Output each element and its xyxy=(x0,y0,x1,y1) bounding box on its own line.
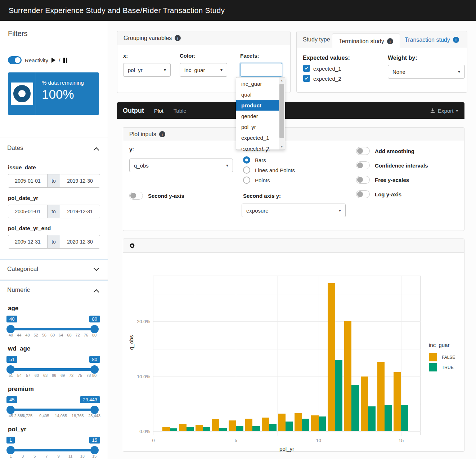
add-smoothing-toggle[interactable] xyxy=(356,147,370,155)
date-range-separator: to xyxy=(47,205,60,218)
bar-true-polyr-4 xyxy=(219,428,227,431)
bar-true-polyr-3 xyxy=(203,427,211,431)
data-remaining-infobox: % data remaining 100% xyxy=(8,72,99,115)
tab-termination-study[interactable]: Termination study i xyxy=(332,34,400,49)
slider-handle-left[interactable] xyxy=(6,325,15,333)
slider-handle-right[interactable] xyxy=(90,406,99,414)
chart-legend: inc_guar FALSETRUE xyxy=(429,342,455,373)
legend-label: FALSE xyxy=(442,355,455,360)
gridline-y-minor xyxy=(153,294,421,294)
slider-tick-label: 78 xyxy=(86,373,91,378)
radio-lines-points[interactable] xyxy=(243,166,250,174)
data-remaining-label: % data remaining xyxy=(42,80,84,86)
slider-track[interactable] xyxy=(9,449,96,451)
play-icon[interactable] xyxy=(51,58,55,63)
slash-text: / xyxy=(59,57,60,63)
bar-false-polyr-6 xyxy=(245,419,253,431)
pol-date-yr-end-to[interactable] xyxy=(60,235,100,248)
facets-option-gender[interactable]: gender xyxy=(236,111,279,121)
slider-tick-label: 76 xyxy=(84,333,88,337)
log-y-axis-row: Log y-axis xyxy=(356,190,401,198)
expected-1-checkbox[interactable]: ✔ xyxy=(303,65,310,72)
bar-true-polyr-2 xyxy=(187,427,194,431)
section-dates[interactable]: Dates xyxy=(0,138,108,157)
facets-option-pol_yr[interactable]: pol_yr xyxy=(236,121,279,132)
y-select[interactable]: q_obs▾ xyxy=(129,159,233,172)
facets-input[interactable] xyxy=(240,63,282,77)
section-numeric[interactable]: Numeric xyxy=(0,280,108,299)
bar-true-polyr-6 xyxy=(252,426,260,431)
reactivity-row: Reactivity / xyxy=(8,56,67,64)
facets-option-qual[interactable]: qual xyxy=(236,89,279,100)
slider-tick-label: 69 xyxy=(60,373,65,378)
y-tick-label: 0.0% xyxy=(139,429,153,434)
bar-false-polyr-13 xyxy=(361,376,368,431)
export-button[interactable]: Export ▾ xyxy=(430,108,458,114)
slider-tick-label: 3 xyxy=(22,454,24,458)
pol-date-yr-from[interactable] xyxy=(8,205,47,218)
x-select[interactable]: pol_yr▾ xyxy=(123,63,171,77)
info-icon[interactable]: i xyxy=(159,131,165,137)
facets-option-inc_guar[interactable]: inc_guar xyxy=(236,78,279,89)
circle-icon xyxy=(11,83,33,105)
gridline-x-major xyxy=(236,276,236,436)
radio-points[interactable] xyxy=(243,177,250,184)
pol-date-yr-end-range: to xyxy=(8,235,100,249)
second-axis-y-select[interactable]: exposure▾ xyxy=(242,204,346,217)
slider-tick-label: 56 xyxy=(42,333,46,337)
expected-1-label: expected_1 xyxy=(313,66,341,72)
confidence-intervals-toggle[interactable] xyxy=(356,161,370,169)
slider-handle-right[interactable] xyxy=(90,446,99,454)
tab-transaction-study[interactable]: Transaction study i xyxy=(405,31,459,48)
facets-option-product[interactable]: product xyxy=(236,100,279,111)
pol-date-yr-end-from[interactable] xyxy=(8,235,47,248)
free-y-scales-toggle[interactable] xyxy=(356,176,370,184)
tab-plot[interactable]: Plot xyxy=(154,108,163,114)
second-y-axis-toggle[interactable] xyxy=(129,192,143,200)
info-icon[interactable]: i xyxy=(175,35,181,41)
bar-false-polyr-1 xyxy=(162,427,170,431)
scroll-down-icon[interactable]: ▼ xyxy=(279,144,285,150)
chevron-up-icon xyxy=(94,289,99,295)
info-icon[interactable]: i xyxy=(453,37,459,43)
slider-handle-left[interactable] xyxy=(6,446,15,454)
gear-icon[interactable] xyxy=(129,243,135,249)
dropdown-scrollbar[interactable]: ▲ ▼ xyxy=(279,77,285,150)
issue-date-to[interactable] xyxy=(60,174,100,187)
tab-table[interactable]: Table xyxy=(174,108,187,114)
free-y-scales-row: Free y-scales xyxy=(356,176,409,184)
color-select[interactable]: inc_guar▾ xyxy=(180,63,227,77)
log-y-axis-toggle[interactable] xyxy=(356,190,370,198)
info-icon[interactable]: i xyxy=(387,38,393,44)
slider-tick-label: 48 xyxy=(25,333,30,337)
slider-track[interactable] xyxy=(9,409,96,411)
facets-option-expected_2[interactable]: expected_2 xyxy=(236,143,279,150)
expected-2-checkbox[interactable]: ✔ xyxy=(303,75,310,82)
reactivity-toggle[interactable] xyxy=(8,56,22,64)
pol-yr-min-bubble: 1 xyxy=(6,437,15,444)
weight-by-select[interactable]: None▾ xyxy=(388,65,465,79)
legend-entry-true: TRUE xyxy=(429,363,455,371)
facets-option-expected_1[interactable]: expected_1 xyxy=(236,132,279,143)
pol-yr-label: pol_yr xyxy=(8,426,26,433)
radio-bars[interactable] xyxy=(243,156,250,164)
radio-bars-label: Bars xyxy=(255,157,266,163)
gridline-y-major xyxy=(153,431,421,432)
pause-icon[interactable] xyxy=(63,58,67,63)
section-dates-title: Dates xyxy=(7,144,23,152)
slider-track[interactable] xyxy=(9,368,96,371)
slider-handle-left[interactable] xyxy=(6,406,15,414)
issue-date-from[interactable] xyxy=(8,174,47,187)
slider-track[interactable] xyxy=(9,328,96,330)
slider-handle-right[interactable] xyxy=(90,325,99,333)
bar-true-polyr-5 xyxy=(236,426,243,431)
pol-yr-slider: 1 15 13579111315 xyxy=(8,437,97,459)
slider-handle-left[interactable] xyxy=(6,365,15,374)
section-categorical[interactable]: Categorical xyxy=(0,259,108,278)
scroll-up-icon[interactable]: ▲ xyxy=(279,77,285,83)
scrollbar-thumb[interactable] xyxy=(279,84,284,138)
confidence-intervals-row: Confidence intervals xyxy=(356,161,428,169)
slider-handle-right[interactable] xyxy=(90,365,99,374)
pol-date-yr-to[interactable] xyxy=(60,205,100,218)
premium-min-bubble: 45 xyxy=(6,396,17,403)
